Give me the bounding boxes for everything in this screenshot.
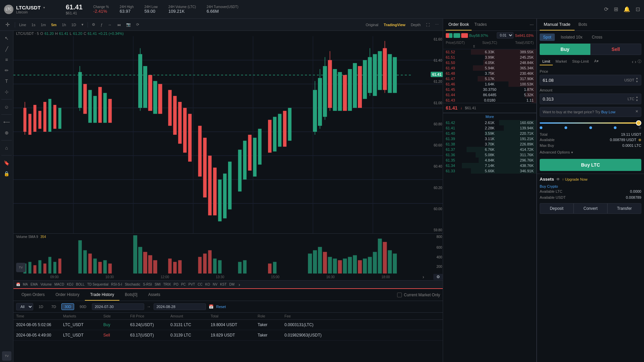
multi-line-tool[interactable]: ≡	[2, 55, 11, 64]
filter-1d[interactable]: 1D	[36, 304, 46, 310]
assets-eye-icon[interactable]: 👁	[556, 177, 560, 182]
margin-isolated[interactable]: Isolated 10x	[557, 34, 586, 41]
toolbar-5m-btn[interactable]: 5m	[50, 22, 58, 27]
calendar-icon-btn[interactable]: 📅	[209, 304, 214, 309]
cursor-tool[interactable]: ↖	[2, 34, 11, 43]
indicator-cc[interactable]: CC	[198, 283, 202, 286]
tooltip-close-icon[interactable]: ✕	[635, 109, 638, 114]
toolbar-1s-btn[interactable]: 1s	[30, 22, 37, 27]
transfer-btn[interactable]: Transfer	[607, 203, 641, 214]
toolbar-screenshot-icon[interactable]: 📷	[125, 22, 132, 27]
pattern-tool[interactable]: ⊹	[2, 87, 11, 97]
more-btn[interactable]: More	[443, 113, 536, 120]
ob-btn-both[interactable]	[446, 33, 452, 38]
chart-more-btn[interactable]: ⋯	[434, 22, 440, 27]
toolbar-settings-icon[interactable]: ⚙	[91, 22, 97, 27]
toolbar-indicators-icon[interactable]: ƒ	[99, 22, 104, 27]
draw-tool[interactable]: ✏	[2, 66, 11, 75]
indicator-kst[interactable]: KST	[220, 283, 226, 286]
chart-depth-btn[interactable]: Depth	[410, 22, 422, 27]
sell-row[interactable]: 61.44 86.6485 5.32K	[443, 92, 536, 98]
indicator-rsi[interactable]: RSI-S-I	[111, 283, 122, 286]
chart-expand-btn[interactable]: ⛶	[425, 22, 431, 27]
buy-row[interactable]: 61.38 3.70K 226.89K	[443, 141, 536, 147]
chart-scroll-right[interactable]: ›	[413, 274, 433, 280]
buy-row[interactable]: 61.37 6.76K 414.72K	[443, 147, 536, 152]
indicator-td[interactable]: TD Sequential	[87, 283, 108, 286]
slider-thumb[interactable]	[636, 120, 641, 126]
tab-order-history[interactable]: Order History	[50, 289, 85, 301]
order-stoplimit-tab[interactable]: Stop-Limit	[570, 58, 592, 65]
price-up-arrow[interactable]: ▲	[636, 77, 638, 80]
buy-row[interactable]: 61.36 5.08K 311.76K	[443, 152, 536, 158]
sell-row[interactable]: 61.46 1.64K 100.53K	[443, 81, 536, 87]
chart-original-btn[interactable]: Original	[364, 22, 380, 27]
sell-row[interactable]: 61.49 5.94K 365.34K	[443, 65, 536, 71]
grid-icon[interactable]: ⊞	[614, 6, 618, 12]
amount-stepper[interactable]: ▲ ▼	[636, 96, 638, 102]
buy-row[interactable]: 61.42 2.61K 160.60K	[443, 120, 536, 125]
date-from-input[interactable]	[92, 303, 144, 310]
filter-30d[interactable]: 30D	[61, 303, 74, 310]
buy-row[interactable]: 61.41 2.28K 139.94K	[443, 125, 536, 131]
emoji-tool[interactable]: ☺	[2, 102, 11, 112]
buy-low-link[interactable]: Buy Low	[601, 110, 615, 114]
order-chevron-right[interactable]: ›	[635, 59, 636, 64]
indicator-trix[interactable]: TRIX	[163, 283, 171, 286]
tab-assets[interactable]: Assets	[143, 289, 166, 301]
price-down-arrow[interactable]: ▼	[636, 80, 638, 83]
indicator-po[interactable]: PO	[174, 283, 178, 286]
tab-trades[interactable]: Trades	[472, 19, 489, 31]
crosshair-icon[interactable]: ✛	[3, 20, 12, 29]
buy-ltc-button[interactable]: Buy LTC	[540, 159, 641, 171]
indicator-nv[interactable]: NV	[213, 283, 217, 286]
zoom-tool[interactable]: ⊕	[2, 128, 11, 137]
measure-tool[interactable]: ⟵	[2, 117, 11, 127]
sell-row[interactable]: 61.45 30.3750 1.87K	[443, 87, 536, 92]
filter-7d[interactable]: 7D	[49, 304, 59, 310]
convert-btn[interactable]: Convert	[574, 203, 607, 214]
current-market-checkbox[interactable]	[397, 293, 402, 297]
buy-row[interactable]: 61.33 5.66K 346.91K	[443, 168, 536, 174]
margin-cross[interactable]: Cross	[588, 34, 605, 41]
slider-track[interactable]	[540, 122, 641, 124]
market-filter-select[interactable]: All	[16, 303, 33, 310]
buy-row[interactable]: 61.35 4.84K 296.76K	[443, 158, 536, 163]
refresh-icon[interactable]: ⟳	[604, 6, 608, 12]
ob-btn-buy[interactable]	[453, 33, 460, 38]
slider-dot-0[interactable]	[540, 126, 542, 129]
sell-row[interactable]: 61.52 6.33K 389.55K	[443, 49, 536, 55]
pair-dropdown-icon[interactable]: ▾	[43, 6, 45, 9]
buy-row[interactable]: 61.34 7.14K 438.76K	[443, 163, 536, 168]
tab-bots[interactable]: Bots[0]	[119, 289, 143, 301]
indicator-ema[interactable]: EMA	[31, 283, 38, 286]
indicator-boll[interactable]: BOLL	[76, 283, 85, 286]
indicator-smi[interactable]: SMI	[155, 283, 161, 286]
sell-row[interactable]: 61.50 4.05K 248.84K	[443, 60, 536, 65]
order-chevron-left[interactable]: ‹	[632, 59, 634, 64]
sell-row[interactable]: 61.48 3.75K 230.46K	[443, 71, 536, 76]
tab-bots[interactable]: Bots	[575, 19, 591, 31]
indicator-macd[interactable]: MACD	[54, 283, 64, 286]
indicator-pc[interactable]: PC	[181, 283, 186, 286]
indicator-dm[interactable]: DM	[229, 283, 235, 286]
buy-crypto-link[interactable]: Buy Crypto	[540, 184, 641, 188]
slider-dot-100[interactable]	[639, 126, 641, 129]
trend-line-tool[interactable]: ╱	[2, 44, 11, 54]
order-info-icon[interactable]: ⓘ	[638, 59, 641, 64]
ob-btn-sell[interactable]	[461, 33, 468, 38]
advanced-options[interactable]: Advanced Options ▾	[537, 148, 644, 156]
toolbar-replay-icon[interactable]: ⏮	[116, 22, 122, 27]
bookmark-tool[interactable]: 🔖	[2, 158, 11, 168]
order-limit-tab[interactable]: Limit	[540, 58, 553, 65]
ob-depth-select[interactable]: 0.01	[497, 32, 514, 39]
price-input[interactable]	[543, 78, 624, 83]
tab-trade-history[interactable]: Trade History	[85, 289, 120, 301]
sell-row[interactable]: 61.51 3.99K 245.25K	[443, 55, 536, 60]
sell-row[interactable]: 61.43 0.0180 1.11	[443, 98, 536, 103]
order-more-tab[interactable]: A▾	[591, 58, 601, 65]
sell-button[interactable]: Sell	[590, 44, 642, 55]
slider-dot-75[interactable]	[614, 126, 616, 129]
slider-dot-50[interactable]	[589, 126, 592, 129]
indicator-ma[interactable]: MA	[23, 283, 28, 286]
